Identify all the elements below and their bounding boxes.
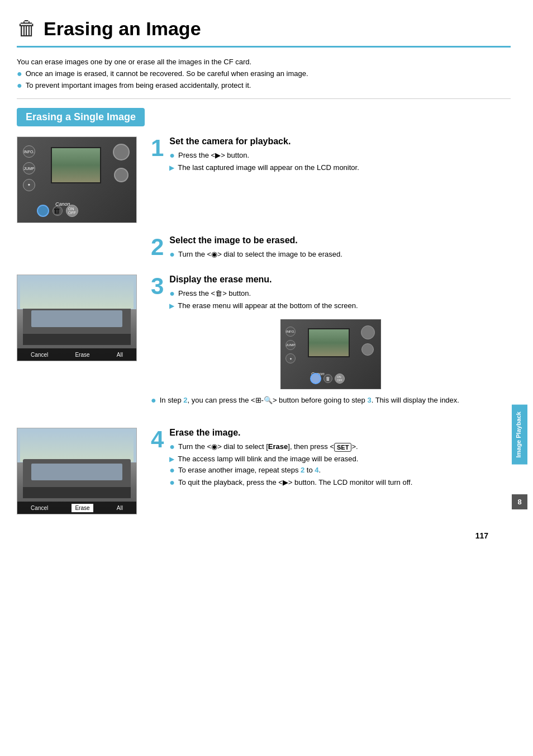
arrow-bullet-icon: ▶ (169, 302, 174, 310)
step-1-wrap: 1 Set the camera for playback. ● Press t… (151, 136, 511, 174)
train-image-2: Cancel Erase All (17, 428, 137, 514)
page-title: Erasing an Image (44, 18, 201, 40)
step-3-bullet-2-text: The erase menu will appear at the bottom… (178, 301, 358, 310)
camera-buttons-left: INFO. JUMP ✦ (23, 145, 35, 191)
step-3-bullet-2: ▶ The erase menu will appear at the bott… (169, 301, 511, 310)
bullet-dot-icon: ● (17, 69, 22, 79)
cancel-item: Cancel (27, 351, 51, 359)
sc-dial-top (361, 325, 375, 339)
train-body-2 (23, 459, 131, 498)
intro-bullet-1: ● Once an image is erased, it cannot be … (17, 69, 511, 79)
train-bottom-2 (23, 487, 131, 498)
divider (17, 98, 511, 99)
step-1-number: 1 (151, 136, 164, 160)
step-2-number: 2 (151, 235, 164, 259)
sky (20, 278, 134, 309)
bullet-dot-icon: ● (169, 478, 175, 488)
erase-menu-bar: Cancel Erase All (17, 348, 136, 361)
step-3-title: Display the erase menu. (169, 275, 511, 285)
step-4-title: Erase the image. (169, 428, 511, 438)
camera-illustration-1: INFO. JUMP ✦ Canon 🗑 ONOFF (17, 136, 137, 223)
arrow-bullet-icon: ▶ (169, 164, 174, 172)
step-1-bullet-1: ● Press the <▶> button. (169, 151, 511, 160)
train-window (31, 310, 122, 327)
step-3-image: Cancel Erase All (17, 275, 140, 361)
step-2-bullet-1: ● Turn the <◉> dial to select the image … (169, 250, 511, 259)
step-2-bullets: ● Turn the <◉> dial to select the image … (169, 250, 511, 259)
sky-2 (20, 431, 134, 462)
step-3-bullets: ● Press the <🗑> button. ▶ The erase menu… (169, 289, 511, 310)
bullet-dot-icon: ● (17, 81, 22, 91)
step-2-bullet-1-text: Turn the <◉> dial to select the image to… (178, 250, 342, 258)
step-1-bullets: ● Press the <▶> button. ▶ The last captu… (169, 151, 511, 172)
step-3-number: 3 (151, 275, 164, 298)
content-area: INFO. JUMP ✦ Canon 🗑 ONOFF (17, 136, 511, 514)
step-1-bullet-1-text: Press the <▶> button. (178, 151, 249, 159)
train-body (23, 306, 131, 345)
intro-bullet-2-text: To prevent important images from being e… (26, 81, 251, 89)
page-title-section: 🗑 Erasing an Image (17, 17, 511, 48)
sc-trash-btn: 🗑 (323, 374, 332, 383)
step-ref-2b: 2 (301, 466, 304, 474)
cancel-item-2: Cancel (27, 504, 51, 512)
bullet-dot-icon: ● (169, 442, 175, 452)
arrow-bullet-icon: ▶ (169, 455, 174, 463)
camera-body: INFO. JUMP ✦ Canon 🗑 ONOFF (17, 137, 136, 223)
step-4-bullet-2: ▶ The access lamp will blink and the ima… (169, 455, 511, 463)
step-1-bullet-2: ▶ The last captured image will appear on… (169, 163, 511, 172)
step-4-text-block: Erase the image. ● Turn the <◉> dial to … (169, 428, 511, 490)
step-4-bullet-4-text: To quit the playback, press the <▶> butt… (178, 478, 412, 486)
camera-screen (51, 147, 101, 183)
step-4-bullet-3-text: To erase another image, repeat steps 2 t… (178, 466, 321, 474)
intro-bullet-1-text: Once an image is erased, it cannot be re… (26, 69, 308, 78)
step-3-note-text: In step 2, you can press the <⊞-🔍> butto… (160, 396, 459, 404)
intro-bullet-2: ● To prevent important images from being… (17, 81, 511, 91)
on-off-dial: ONOFF (66, 205, 78, 217)
step-2-row: 2 Select the image to be erased. ● Turn … (17, 235, 511, 262)
camera-dial-right (114, 168, 129, 182)
train-bottom (23, 334, 131, 345)
step-3-note: ● In step 2, you can press the <⊞-🔍> but… (151, 396, 511, 405)
bullet-dot-icon: ● (169, 465, 175, 475)
erase-menu-bar-2: Cancel Erase All (17, 502, 136, 514)
step-1-text-block: Set the camera for playback. ● Press the… (169, 136, 511, 174)
small-camera: INFO. JUMP ✦ Canon 🗑 ONOFF (280, 319, 381, 389)
all-item: All (113, 351, 126, 359)
trash-button: 🗑 (53, 206, 63, 216)
step-3-content: 3 Display the erase menu. ● Press the <🗑… (151, 275, 511, 415)
page-number: 117 (17, 531, 511, 540)
step-3-bullet-1-text: Press the <🗑> button. (178, 289, 251, 297)
sc-buttons-left: INFO. JUMP ✦ (285, 327, 296, 363)
section-header: Erasing a Single Image (17, 108, 511, 136)
step-4-row: Cancel Erase All 4 Erase the image. ● Tu… (17, 428, 511, 514)
step-1-content: 1 Set the camera for playback. ● Press t… (151, 136, 511, 174)
all-item-2: All (113, 504, 126, 512)
step-4-wrap: 4 Erase the image. ● Turn the <◉> dial t… (151, 428, 511, 490)
step-ref-3: 3 (367, 396, 371, 404)
tab-number: 8 (512, 494, 527, 509)
small-camera-container: INFO. JUMP ✦ Canon 🗑 ONOFF (151, 319, 511, 389)
step-3-wrap: 3 Display the erase menu. ● Press the <🗑… (151, 275, 511, 313)
sc-dial-right (361, 343, 374, 356)
camera-dial-top (113, 144, 130, 160)
step-ref-2: 2 (183, 396, 187, 404)
step-2-title: Select the image to be erased. (169, 235, 511, 245)
sc-screen-image (309, 329, 349, 356)
sidebar-tab: Image Playback (512, 405, 527, 465)
step-2-wrap: 2 Select the image to be erased. ● Turn … (151, 235, 511, 262)
step-1-image: INFO. JUMP ✦ Canon 🗑 ONOFF (17, 136, 140, 223)
jump-button: JUMP (23, 162, 35, 174)
erase-item-selected: Erase (72, 504, 93, 512)
erase-word: Erase (268, 442, 288, 451)
bullet-dot-icon: ● (169, 150, 175, 160)
bullet-dot-icon: ● (169, 249, 175, 259)
step-3-row: Cancel Erase All 3 Display the erase men… (17, 275, 511, 415)
camera-bottom-row: 🗑 ONOFF (37, 205, 78, 217)
step-3-note-item: ● In step 2, you can press the <⊞-🔍> but… (151, 396, 511, 405)
erase-item: Erase (72, 351, 93, 359)
sc-cross-btn: ✦ (285, 353, 296, 363)
step-4-bullet-2-text: The access lamp will blink and the image… (178, 455, 358, 463)
step-4-image: Cancel Erase All (17, 428, 140, 514)
sc-onoff-dial: ONOFF (335, 374, 345, 384)
step-3-bullet-1: ● Press the <🗑> button. (169, 289, 511, 299)
